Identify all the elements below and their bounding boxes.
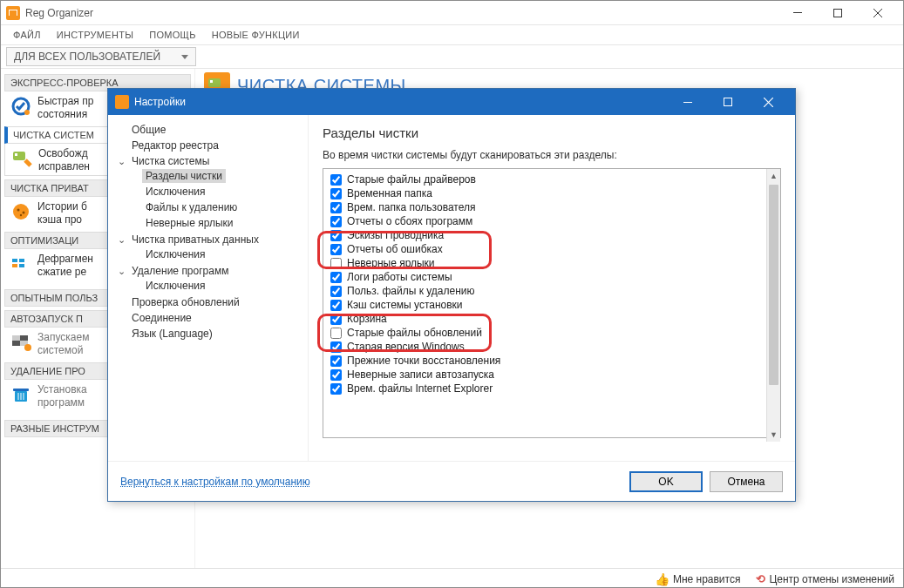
ok-button[interactable]: OK xyxy=(629,471,703,492)
tree-priv-excl[interactable]: Исключения xyxy=(131,247,304,261)
cleanup-checkbox[interactable] xyxy=(330,174,342,186)
svg-point-6 xyxy=(13,204,29,220)
app-icon xyxy=(6,6,20,20)
cleanup-sections-list[interactable]: Старые файлы драйверовВременная папкаВре… xyxy=(323,168,781,438)
scroll-down-icon[interactable]: ▼ xyxy=(767,428,780,442)
svg-rect-19 xyxy=(13,389,29,391)
user-bar: ДЛЯ ВСЕХ ПОЛЬЗОВАТЕЛЕЙ xyxy=(1,44,903,69)
cleanup-item[interactable]: Старая версия Windows xyxy=(325,340,778,354)
menu-file[interactable]: ФАЙЛ xyxy=(6,28,48,42)
svg-rect-25 xyxy=(683,102,692,103)
dialog-footer: Вернуться к настройкам по умолчанию OK О… xyxy=(108,461,795,501)
dialog-close-button[interactable] xyxy=(748,89,788,115)
close-button[interactable] xyxy=(858,1,898,25)
tree-sysclean[interactable]: ⌄Чистка системы xyxy=(117,154,304,168)
like-button[interactable]: 👍 Мне нравится xyxy=(655,572,741,586)
cleanup-item[interactable]: Корзина xyxy=(325,312,778,326)
cleanup-checkbox[interactable] xyxy=(330,328,342,339)
cleanup-checkbox[interactable] xyxy=(330,230,342,241)
settings-tree[interactable]: Общие Редактор реестра ⌄Чистка системы Р… xyxy=(108,115,309,461)
scroll-thumb[interactable] xyxy=(769,185,778,385)
cleanup-checkbox[interactable] xyxy=(330,202,342,213)
cleanup-item[interactable]: Логи работы системы xyxy=(325,270,778,284)
cleanup-item-label: Временная папка xyxy=(347,187,432,199)
cancel-button[interactable]: Отмена xyxy=(710,471,783,492)
chevron-down-icon xyxy=(181,55,188,59)
cleanup-item[interactable]: Отчеты об ошибках xyxy=(325,242,778,256)
cleanup-item[interactable]: Врем. папка пользователя xyxy=(325,200,778,214)
undo-icon: ⟲ xyxy=(756,572,765,585)
menu-tools[interactable]: ИНСТРУМЕНТЫ xyxy=(50,28,140,42)
cleanup-item[interactable]: Старые файлы обновлений xyxy=(325,326,778,340)
tree-uninstall[interactable]: ⌄Удаление программ xyxy=(117,264,304,278)
sidebar-item-label: Запускаем системой xyxy=(37,331,89,357)
scrollbar[interactable]: ▲ ▼ xyxy=(766,169,780,442)
tree-regedit[interactable]: Редактор реестра xyxy=(117,139,304,152)
tree-lang[interactable]: Язык (Language) xyxy=(117,327,304,341)
tree-badlinks[interactable]: Неверные ярлыки xyxy=(131,216,304,230)
chevron-down-icon[interactable]: ⌄ xyxy=(117,157,126,166)
svg-point-7 xyxy=(17,209,20,212)
chevron-down-icon[interactable]: ⌄ xyxy=(117,235,126,245)
cleanup-item[interactable]: Временная папка xyxy=(325,186,778,200)
cleanup-item[interactable]: Эскизы Проводника xyxy=(325,228,778,242)
cleanup-item-label: Неверные ярлыки xyxy=(347,257,435,269)
tree-todelete[interactable]: Файлы к удалению xyxy=(131,200,304,214)
cleanup-item[interactable]: Врем. файлы Internet Explorer xyxy=(325,382,778,395)
dialog-body: Общие Редактор реестра ⌄Чистка системы Р… xyxy=(108,115,795,461)
cleanup-item-label: Старые файлы драйверов xyxy=(347,173,476,186)
pane-heading: Разделы чистки xyxy=(323,125,781,140)
cleanup-checkbox[interactable] xyxy=(330,314,342,325)
minimize-button[interactable] xyxy=(778,1,818,25)
all-users-dropdown[interactable]: ДЛЯ ВСЕХ ПОЛЬЗОВАТЕЛЕЙ xyxy=(6,47,196,66)
cleanup-checkbox[interactable] xyxy=(330,216,342,227)
cleanup-checkbox[interactable] xyxy=(330,258,342,269)
cleanup-item[interactable]: Кэш системы установки xyxy=(325,298,778,312)
dialog-minimize-button[interactable] xyxy=(668,89,708,115)
svg-rect-12 xyxy=(12,264,17,267)
svg-point-17 xyxy=(24,344,31,351)
menu-help[interactable]: ПОМОЩЬ xyxy=(142,28,203,42)
settings-pane: Разделы чистки Во время чистки системы б… xyxy=(309,115,795,461)
reset-defaults-link[interactable]: Вернуться к настройкам по умолчанию xyxy=(120,476,310,488)
tree-general[interactable]: Общие xyxy=(117,123,304,137)
cleanup-checkbox[interactable] xyxy=(330,286,342,297)
statusbar: 👍 Мне нравится ⟲ Центр отмены изменений xyxy=(1,568,903,588)
cleanup-checkbox[interactable] xyxy=(330,369,342,381)
undo-center-button[interactable]: ⟲ Центр отмены изменений xyxy=(756,572,894,585)
cleanup-item[interactable]: Старые файлы драйверов xyxy=(325,172,778,186)
tree-connection[interactable]: Соединение xyxy=(117,311,304,325)
cleanup-item[interactable]: Прежние точки восстановления xyxy=(325,354,778,368)
cleanup-item[interactable]: Отчеты о сбоях программ xyxy=(325,214,778,228)
cleanup-item[interactable]: Неверные записи автозапуска xyxy=(325,368,778,382)
flag-icon xyxy=(10,331,32,354)
scroll-up-icon[interactable]: ▲ xyxy=(767,169,780,183)
cleanup-item[interactable]: Неверные ярлыки xyxy=(325,256,778,270)
svg-rect-26 xyxy=(724,98,732,106)
cleanup-checkbox[interactable] xyxy=(330,383,342,395)
check-icon xyxy=(10,95,32,118)
tree-sections[interactable]: Разделы чистки xyxy=(131,169,304,183)
cleanup-item-label: Врем. файлы Internet Explorer xyxy=(347,382,493,395)
maximize-button[interactable] xyxy=(818,1,858,25)
cleanup-checkbox[interactable] xyxy=(330,355,342,367)
tree-un-excl[interactable]: Исключения xyxy=(131,279,304,293)
cleanup-checkbox[interactable] xyxy=(330,244,342,255)
dialog-title: Настройки xyxy=(134,96,668,108)
cleanup-item-label: Эскизы Проводника xyxy=(347,229,444,241)
cleanup-checkbox[interactable] xyxy=(330,300,342,311)
cleanup-checkbox[interactable] xyxy=(330,188,342,199)
cleanup-checkbox[interactable] xyxy=(330,272,342,283)
trash-icon xyxy=(10,383,32,406)
chevron-down-icon[interactable]: ⌄ xyxy=(117,267,126,276)
dialog-maximize-button[interactable] xyxy=(708,89,748,115)
cleanup-checkbox[interactable] xyxy=(330,341,342,353)
tree-privclean[interactable]: ⌄Чистка приватных данных xyxy=(117,233,304,247)
sidebar-item-label: Быстрая пр состояния xyxy=(37,95,93,121)
cleanup-item[interactable]: Польз. файлы к удалению xyxy=(325,284,778,298)
cleanup-item-label: Логи работы системы xyxy=(347,271,452,283)
svg-point-9 xyxy=(20,214,22,216)
tree-exclusions[interactable]: Исключения xyxy=(131,185,304,199)
menu-new[interactable]: НОВЫЕ ФУНКЦИИ xyxy=(205,28,307,42)
tree-updates[interactable]: Проверка обновлений xyxy=(117,295,304,309)
